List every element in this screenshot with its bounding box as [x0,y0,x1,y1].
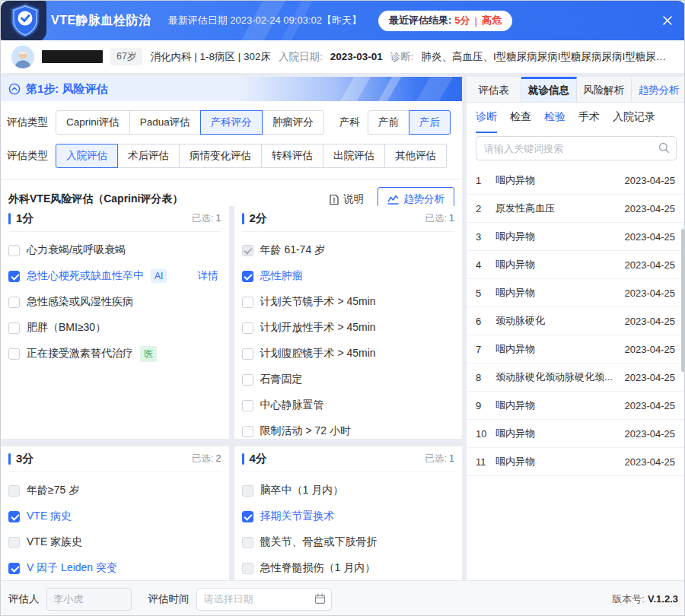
patient-age-tag: 67岁 [110,48,142,65]
checklist-item-label: 年龄≥75 岁 [27,484,79,497]
row-name: 咽内异物 [495,258,625,271]
checklist-item[interactable]: 年龄 61-74 岁 [242,237,455,263]
checkbox[interactable] [242,426,253,437]
calendar-icon[interactable] [314,593,326,605]
patient-info-bar: 67岁 消化内科 | 1-8病区 | 302床 入院日期: 2023-03-01… [1,40,685,74]
checklist-item[interactable]: 石膏固定 [242,367,455,392]
score-sections: 1分 已选:1 心力衰竭/或呼吸衰竭急性心梗死或缺血性卒中AI详情急性感染或风湿… [1,206,462,580]
search-input[interactable] [476,136,677,160]
checkbox[interactable] [8,297,20,308]
detail-link[interactable]: 详情 [198,269,218,283]
filter-option[interactable]: 肿瘤评分 [262,110,324,135]
diagnosis-row[interactable]: 7咽内异物2023-04-25 [467,335,685,364]
checkbox[interactable] [242,400,253,411]
checkbox[interactable] [8,322,20,334]
checklist-item[interactable]: 急性心梗死或缺血性卒中AI详情 [8,263,221,289]
checklist-item[interactable]: 髋关节、骨盆或下肢骨折 [242,529,455,555]
filter-option[interactable]: Caprini评估 [56,110,130,135]
filter-option[interactable]: 出院评估 [323,144,385,168]
subtab-诊断[interactable]: 诊断 [476,103,497,133]
diagnosis-row[interactable]: 9咽内异物2023-04-25 [467,392,685,420]
checklist-item[interactable]: 恶性肿瘤 [242,263,455,289]
filter-option[interactable]: Padua评估 [129,110,201,135]
checkbox[interactable] [8,563,20,574]
diagnosis-row[interactable]: 5咽内异物2023-04-25 [467,279,685,307]
subtab-手术[interactable]: 手术 [578,103,600,133]
search-icon[interactable] [658,142,670,154]
filter-option[interactable]: 产后 [409,110,451,135]
checklist-item[interactable]: 择期关节置换术 [242,503,455,529]
subtab-检查[interactable]: 检查 [510,103,531,133]
checklist-item[interactable]: 脑卒中（1 月内） [242,478,455,503]
assess-date-input[interactable] [196,588,332,611]
checklist-item[interactable]: VTE 病史 [8,503,221,529]
checklist-item[interactable]: 计划腹腔镜手术 > 45min [242,341,455,367]
diagnosis-row[interactable]: 4咽内异物2023-04-25 [467,251,685,279]
scale-type-label: 评估类型 [7,116,48,129]
row-index: 9 [476,400,495,411]
checklist-item[interactable]: VTE 家族史 [8,529,221,555]
checkbox[interactable] [242,563,253,574]
filter-option[interactable]: 入院评估 [56,144,118,168]
list-scrollbar[interactable] [681,229,685,372]
filter-option[interactable]: 病情变化评估 [179,144,262,168]
assessor-input[interactable] [46,588,132,611]
close-icon[interactable] [661,14,674,27]
admission-date-value: 2023-03-01 [330,51,383,62]
section-title: 1分 [16,211,33,226]
subtab-检验[interactable]: 检验 [544,103,566,133]
checkbox[interactable] [242,511,253,522]
diagnosis-row[interactable]: 8颈动脉硬化颈动脉硬化颈...2023-04-25 [467,364,685,392]
filter-option[interactable]: 术后评估 [117,144,180,168]
row-date: 2023-04-25 [625,428,676,440]
checklist-item[interactable]: 急性感染或风湿性疾病 [8,289,221,315]
checkbox[interactable] [8,511,20,522]
diagnosis-row[interactable]: 11咽内异物2023-04-25 [467,448,685,476]
checklist-item[interactable]: 肥胖（BMI≥30） [8,315,221,341]
checklist-item[interactable]: 心力衰竭/或呼吸衰竭 [8,237,221,263]
scale-title: 外科VTE风险评估（Caprini评分表） [8,192,183,206]
diagnosis-row[interactable]: 3咽内异物2023-04-25 [467,223,685,251]
help-button[interactable]: 说明 [329,192,364,206]
row-date: 2023-04-25 [625,175,676,186]
checklist-item[interactable]: 中心静脉置管 [242,392,455,418]
checkbox[interactable] [242,271,253,282]
collapse-icon[interactable] [8,83,21,95]
checkbox[interactable] [8,271,20,282]
filter-option[interactable]: 其他评估 [384,144,447,168]
tab-评估表[interactable]: 评估表 [467,77,521,102]
checklist-item[interactable]: 急性脊髓损伤（1 月内） [242,555,455,580]
checkbox[interactable] [242,537,253,548]
tab-趋势分析[interactable]: 趋势分析 [632,77,685,102]
checkbox[interactable] [242,485,253,497]
checkbox[interactable] [242,348,253,360]
checklist-item-label: 恶性肿瘤 [260,269,303,283]
checklist-item[interactable]: 限制活动 > 72 小时 [242,418,455,439]
filter-option[interactable]: 转科评估 [261,144,323,168]
diagnosis-row[interactable]: 1咽内异物2023-04-25 [467,167,685,195]
checkbox[interactable] [242,322,253,334]
section-2point: 2分 已选:1 年龄 61-74 岁恶性肿瘤计划关节镜手术 > 45min计划开… [234,206,463,439]
diagnosis-row[interactable]: 2原发性高血压2023-04-25 [467,195,685,223]
checkbox[interactable] [242,374,253,386]
row-index: 8 [476,372,495,383]
checkbox[interactable] [8,537,20,548]
app-title: VTE静脉血栓防治 [51,13,151,29]
tab-风险解析[interactable]: 风险解析 [577,77,632,102]
subtab-入院记录[interactable]: 入院记录 [613,103,655,133]
filter-option[interactable]: 产前 [368,110,409,135]
filter-option[interactable]: 产科评分 [200,110,263,135]
checklist-item[interactable]: V 因子 Leiden 突变 [8,555,221,580]
diagnosis-row[interactable]: 6颈动脉硬化2023-04-25 [467,307,685,335]
tab-就诊信息[interactable]: 就诊信息 [521,77,576,102]
checklist-item[interactable]: 计划开放性手术 > 45min [242,315,455,341]
checkbox[interactable] [242,297,253,308]
checklist-item[interactable]: 正在接受激素替代治疗医 [8,341,221,367]
checkbox[interactable] [8,485,20,497]
diagnosis-row[interactable]: 10咽内异物2023-04-25 [467,420,685,448]
checkbox[interactable] [8,348,20,360]
checkbox[interactable] [242,245,253,256]
checkbox[interactable] [8,245,20,256]
checklist-item[interactable]: 计划关节镜手术 > 45min [242,289,455,315]
checklist-item[interactable]: 年龄≥75 岁 [8,478,221,503]
